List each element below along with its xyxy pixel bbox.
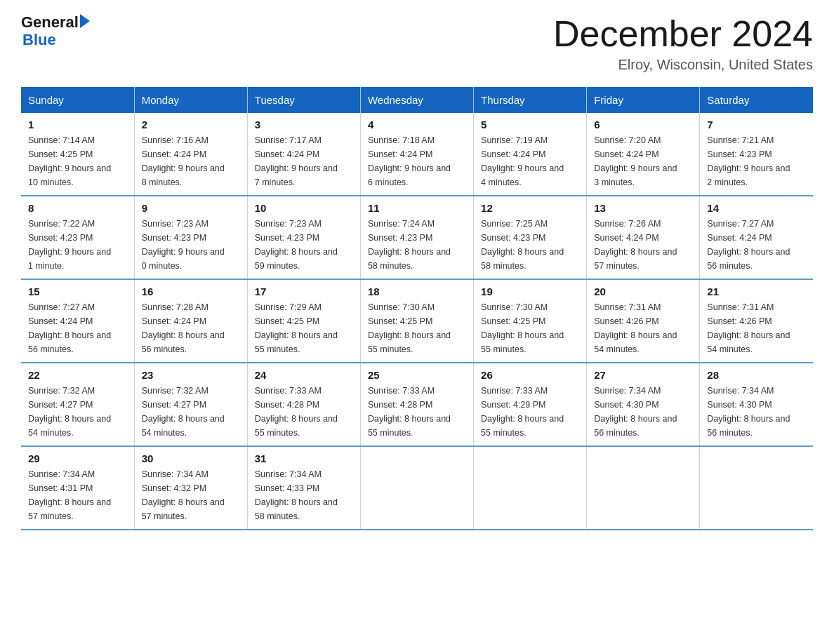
day-info: Sunrise: 7:26 AMSunset: 4:24 PMDaylight:… <box>594 217 692 273</box>
calendar-cell: 30 Sunrise: 7:34 AMSunset: 4:32 PMDaylig… <box>134 446 247 530</box>
calendar-cell: 5 Sunrise: 7:19 AMSunset: 4:24 PMDayligh… <box>474 113 587 196</box>
day-number: 31 <box>255 452 353 464</box>
col-thursday: Thursday <box>474 87 587 113</box>
calendar-cell: 4 Sunrise: 7:18 AMSunset: 4:24 PMDayligh… <box>360 113 473 196</box>
day-info: Sunrise: 7:18 AMSunset: 4:24 PMDaylight:… <box>368 133 466 189</box>
day-info: Sunrise: 7:23 AMSunset: 4:23 PMDaylight:… <box>142 217 240 273</box>
day-number: 18 <box>368 286 466 297</box>
day-number: 11 <box>368 202 466 214</box>
calendar-cell: 27 Sunrise: 7:34 AMSunset: 4:30 PMDaylig… <box>587 363 700 446</box>
day-number: 29 <box>28 452 127 464</box>
calendar-week-2: 8 Sunrise: 7:22 AMSunset: 4:23 PMDayligh… <box>21 196 813 279</box>
calendar-cell: 23 Sunrise: 7:32 AMSunset: 4:27 PMDaylig… <box>134 363 247 446</box>
calendar-cell: 2 Sunrise: 7:16 AMSunset: 4:24 PMDayligh… <box>134 113 247 196</box>
logo-general: General <box>21 14 79 31</box>
day-number: 15 <box>28 286 127 297</box>
day-info: Sunrise: 7:23 AMSunset: 4:23 PMDaylight:… <box>255 217 353 273</box>
day-number: 16 <box>142 286 240 297</box>
day-number: 1 <box>28 119 127 130</box>
logo: General Blue <box>21 14 90 49</box>
calendar-cell <box>360 446 473 530</box>
day-number: 7 <box>707 119 806 130</box>
month-title: December 2024 <box>553 14 813 54</box>
day-info: Sunrise: 7:32 AMSunset: 4:27 PMDaylight:… <box>142 384 240 440</box>
day-number: 5 <box>481 119 579 130</box>
calendar-cell: 3 Sunrise: 7:17 AMSunset: 4:24 PMDayligh… <box>247 113 360 196</box>
day-info: Sunrise: 7:31 AMSunset: 4:26 PMDaylight:… <box>707 300 806 356</box>
day-number: 14 <box>707 202 806 214</box>
logo-blue: Blue <box>22 31 90 49</box>
col-sunday: Sunday <box>21 87 134 113</box>
calendar-header-row: Sunday Monday Tuesday Wednesday Thursday… <box>21 87 813 113</box>
day-info: Sunrise: 7:33 AMSunset: 4:28 PMDaylight:… <box>368 384 466 440</box>
calendar-cell: 12 Sunrise: 7:25 AMSunset: 4:23 PMDaylig… <box>474 196 587 279</box>
calendar-cell: 6 Sunrise: 7:20 AMSunset: 4:24 PMDayligh… <box>587 113 700 196</box>
day-number: 2 <box>142 119 240 130</box>
calendar-cell: 31 Sunrise: 7:34 AMSunset: 4:33 PMDaylig… <box>247 446 360 530</box>
day-info: Sunrise: 7:24 AMSunset: 4:23 PMDaylight:… <box>368 217 466 273</box>
calendar-cell: 11 Sunrise: 7:24 AMSunset: 4:23 PMDaylig… <box>360 196 473 279</box>
day-info: Sunrise: 7:32 AMSunset: 4:27 PMDaylight:… <box>28 384 127 440</box>
day-info: Sunrise: 7:30 AMSunset: 4:25 PMDaylight:… <box>368 300 466 356</box>
day-info: Sunrise: 7:30 AMSunset: 4:25 PMDaylight:… <box>481 300 579 356</box>
calendar-cell: 19 Sunrise: 7:30 AMSunset: 4:25 PMDaylig… <box>474 279 587 363</box>
day-number: 4 <box>368 119 466 130</box>
day-info: Sunrise: 7:21 AMSunset: 4:23 PMDaylight:… <box>707 133 806 189</box>
logo-arrow-icon <box>80 14 90 28</box>
calendar-cell: 17 Sunrise: 7:29 AMSunset: 4:25 PMDaylig… <box>247 279 360 363</box>
day-number: 17 <box>255 286 353 297</box>
day-number: 28 <box>707 369 806 381</box>
calendar-cell: 14 Sunrise: 7:27 AMSunset: 4:24 PMDaylig… <box>700 196 813 279</box>
calendar-week-4: 22 Sunrise: 7:32 AMSunset: 4:27 PMDaylig… <box>21 363 813 446</box>
day-info: Sunrise: 7:34 AMSunset: 4:30 PMDaylight:… <box>594 384 692 440</box>
day-number: 19 <box>481 286 579 297</box>
location-subtitle: Elroy, Wisconsin, United States <box>553 57 813 73</box>
day-info: Sunrise: 7:22 AMSunset: 4:23 PMDaylight:… <box>28 217 127 273</box>
calendar-cell <box>587 446 700 530</box>
day-info: Sunrise: 7:33 AMSunset: 4:29 PMDaylight:… <box>481 384 579 440</box>
calendar-body: 1 Sunrise: 7:14 AMSunset: 4:25 PMDayligh… <box>21 113 813 530</box>
day-info: Sunrise: 7:16 AMSunset: 4:24 PMDaylight:… <box>142 133 240 189</box>
calendar-cell: 22 Sunrise: 7:32 AMSunset: 4:27 PMDaylig… <box>21 363 134 446</box>
day-info: Sunrise: 7:17 AMSunset: 4:24 PMDaylight:… <box>255 133 353 189</box>
day-number: 24 <box>255 369 353 381</box>
calendar-cell: 18 Sunrise: 7:30 AMSunset: 4:25 PMDaylig… <box>360 279 473 363</box>
calendar-week-5: 29 Sunrise: 7:34 AMSunset: 4:31 PMDaylig… <box>21 446 813 530</box>
page-header: General Blue December 2024 Elroy, Wiscon… <box>21 14 813 73</box>
day-info: Sunrise: 7:33 AMSunset: 4:28 PMDaylight:… <box>255 384 353 440</box>
day-info: Sunrise: 7:27 AMSunset: 4:24 PMDaylight:… <box>28 300 127 356</box>
day-number: 6 <box>594 119 692 130</box>
calendar-cell: 20 Sunrise: 7:31 AMSunset: 4:26 PMDaylig… <box>587 279 700 363</box>
calendar-cell: 9 Sunrise: 7:23 AMSunset: 4:23 PMDayligh… <box>134 196 247 279</box>
calendar-cell: 24 Sunrise: 7:33 AMSunset: 4:28 PMDaylig… <box>247 363 360 446</box>
day-number: 10 <box>255 202 353 214</box>
col-wednesday: Wednesday <box>360 87 473 113</box>
day-info: Sunrise: 7:20 AMSunset: 4:24 PMDaylight:… <box>594 133 692 189</box>
day-info: Sunrise: 7:34 AMSunset: 4:30 PMDaylight:… <box>707 384 806 440</box>
day-number: 30 <box>142 452 240 464</box>
day-info: Sunrise: 7:34 AMSunset: 4:32 PMDaylight:… <box>142 467 240 523</box>
calendar-cell: 15 Sunrise: 7:27 AMSunset: 4:24 PMDaylig… <box>21 279 134 363</box>
day-info: Sunrise: 7:34 AMSunset: 4:33 PMDaylight:… <box>255 467 353 523</box>
title-section: December 2024 Elroy, Wisconsin, United S… <box>553 14 813 73</box>
calendar-cell: 1 Sunrise: 7:14 AMSunset: 4:25 PMDayligh… <box>21 113 134 196</box>
day-number: 25 <box>368 369 466 381</box>
day-number: 22 <box>28 369 127 381</box>
calendar-cell <box>474 446 587 530</box>
col-saturday: Saturday <box>700 87 813 113</box>
day-number: 21 <box>707 286 806 297</box>
calendar-cell: 28 Sunrise: 7:34 AMSunset: 4:30 PMDaylig… <box>700 363 813 446</box>
calendar-cell: 16 Sunrise: 7:28 AMSunset: 4:24 PMDaylig… <box>134 279 247 363</box>
col-friday: Friday <box>587 87 700 113</box>
day-number: 27 <box>594 369 692 381</box>
day-number: 26 <box>481 369 579 381</box>
day-number: 23 <box>142 369 240 381</box>
day-info: Sunrise: 7:31 AMSunset: 4:26 PMDaylight:… <box>594 300 692 356</box>
calendar-table: Sunday Monday Tuesday Wednesday Thursday… <box>21 87 813 530</box>
calendar-week-1: 1 Sunrise: 7:14 AMSunset: 4:25 PMDayligh… <box>21 113 813 196</box>
calendar-cell: 8 Sunrise: 7:22 AMSunset: 4:23 PMDayligh… <box>21 196 134 279</box>
calendar-cell: 29 Sunrise: 7:34 AMSunset: 4:31 PMDaylig… <box>21 446 134 530</box>
calendar-cell: 25 Sunrise: 7:33 AMSunset: 4:28 PMDaylig… <box>360 363 473 446</box>
calendar-cell <box>700 446 813 530</box>
calendar-cell: 13 Sunrise: 7:26 AMSunset: 4:24 PMDaylig… <box>587 196 700 279</box>
